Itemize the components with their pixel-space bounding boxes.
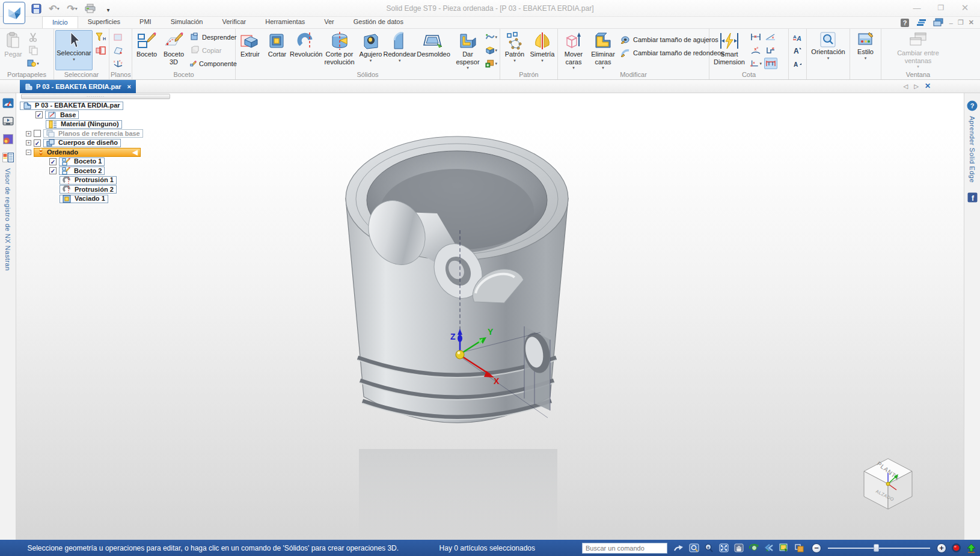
tab-gestion-datos[interactable]: Gestión de datos	[344, 16, 413, 28]
text-increase-button[interactable]: A	[791, 44, 804, 56]
pattern-dropdown-icon[interactable]: ▾	[513, 59, 516, 63]
switch-windows-button[interactable]: Cambiar entre ventanas ▾	[891, 30, 945, 70]
zoom-in-button[interactable]: +	[937, 543, 946, 553]
tree-item-base[interactable]: ✓ z Base	[20, 111, 176, 120]
pan-button[interactable]	[733, 543, 744, 554]
doc-restore-icon[interactable]: ❐	[958, 19, 964, 26]
tab-herramientas[interactable]: Herramientas	[256, 16, 314, 28]
tab-close-icon[interactable]: ✕	[925, 82, 931, 90]
select-button[interactable]: Seleccionar ▾	[55, 30, 93, 70]
angle-dimension-button[interactable]: x	[764, 31, 777, 43]
customize-quick-access-button[interactable]: ▾	[101, 2, 115, 15]
round-button[interactable]: Redondear ▾	[385, 30, 415, 70]
undo-button[interactable]: ↶▾	[47, 2, 61, 15]
tree-item-material[interactable]: Material (Ninguno)	[20, 120, 176, 129]
tree-item-protrusion-1[interactable]: Protrusión 1	[20, 176, 176, 185]
common-views-button[interactable]	[764, 543, 774, 554]
log-report-icon[interactable]	[2, 153, 14, 162]
nx-nastran-log-viewer-label[interactable]: Visor de registro de NX Nastran	[4, 168, 11, 271]
orientation-dropdown-icon[interactable]: ▾	[827, 57, 830, 60]
zoom-out-button[interactable]: −	[812, 543, 821, 553]
orientation-button[interactable]: Orientación ▾	[809, 30, 847, 70]
boceto-1-checkbox[interactable]: ✓	[49, 158, 57, 165]
tab-scroll-left-icon[interactable]: ◁	[904, 83, 908, 90]
mirror-dropdown-icon[interactable]: ▾	[541, 59, 544, 63]
tab-ver[interactable]: Ver	[314, 16, 344, 28]
component-button[interactable]: Componente	[188, 58, 239, 69]
draft-button[interactable]: Desmoldeo	[415, 30, 452, 70]
text-decrease-button[interactable]: A	[791, 58, 804, 69]
pathfinder-root-row[interactable]: P 03 - EBAKETA ERDIA.par	[20, 101, 176, 111]
paste-special-button[interactable]: ▾	[26, 58, 40, 69]
restore-view-button[interactable]	[966, 543, 976, 554]
planos-referencia-checkbox[interactable]	[34, 130, 41, 137]
symmetric-diameter-button[interactable]	[764, 58, 777, 69]
application-button[interactable]	[3, 2, 25, 24]
record-button[interactable]	[951, 543, 961, 554]
print-button[interactable]	[83, 2, 97, 15]
tab-verificar[interactable]: Verificar	[212, 16, 256, 28]
copy-sketch-button[interactable]: Copiar	[188, 44, 239, 56]
angle-between-button[interactable]: x°	[749, 44, 762, 56]
distance-between-button[interactable]: x	[749, 31, 762, 43]
tree-item-protrusion-2[interactable]: Protrusión 2	[20, 185, 176, 195]
tab-simulacion[interactable]: Simulación	[161, 16, 213, 28]
coincident-plane-button[interactable]	[111, 31, 124, 43]
cut-solid-button[interactable]: Cortar	[264, 30, 290, 70]
base-checkbox[interactable]: ✓	[35, 111, 43, 118]
view-styles-button[interactable]	[779, 543, 789, 554]
doc-minimize-icon[interactable]: –	[949, 19, 953, 26]
save-button[interactable]	[29, 2, 43, 15]
view-cube[interactable]: PLANTA ALZADO	[864, 459, 912, 509]
animation-player-icon[interactable]	[2, 117, 14, 126]
tree-item-cuerpos-diseno[interactable]: + ✓ Cuerpos de diseño	[20, 138, 176, 148]
normal-protrusion-button[interactable]: ▾	[485, 44, 498, 56]
paste-button[interactable]: Pegar	[1, 30, 25, 70]
collapse-icon[interactable]: −	[26, 150, 31, 155]
copy-button[interactable]	[26, 44, 40, 56]
style-button[interactable]: Estilo ▾	[853, 30, 879, 70]
document-tab-close-icon[interactable]: ×	[127, 83, 131, 90]
zoom-slider-track[interactable]	[828, 548, 930, 549]
redo-dropdown-icon[interactable]: ▾	[75, 6, 78, 11]
tab-scroll-right-icon[interactable]: ▷	[914, 83, 919, 90]
expand-icon[interactable]: +	[26, 140, 31, 145]
smart-dimension-button[interactable]: Smart Dimension	[711, 30, 748, 70]
learn-help-icon[interactable]: ?	[967, 100, 978, 111]
add-body-button[interactable]: ▾	[485, 58, 498, 69]
maximize-button[interactable]: ❐	[933, 2, 949, 13]
help-button[interactable]: ?	[899, 17, 911, 28]
tree-item-boceto-2[interactable]: ✓ Boceto 2	[20, 166, 176, 176]
zoom-area-button[interactable]	[688, 543, 699, 554]
ordenado-highlight-bar[interactable]: Ordenado ◀	[34, 148, 141, 157]
cuerpos-diseno-checkbox[interactable]: ✓	[34, 139, 41, 147]
run-command-button[interactable]	[673, 543, 684, 554]
tree-item-vaciado-1[interactable]: Vaciado 1	[20, 194, 176, 204]
delete-faces-dropdown-icon[interactable]: ▾	[602, 66, 604, 70]
sketch-3d-button[interactable]: Boceto 3D	[161, 30, 187, 70]
facebook-icon[interactable]: f	[967, 192, 978, 203]
hole-button[interactable]: Agujero ▾	[358, 30, 384, 70]
tree-item-boceto-1[interactable]: ✓ Boceto 1	[20, 157, 176, 166]
command-search-input[interactable]	[582, 543, 667, 554]
zoom-slider[interactable]	[828, 548, 930, 549]
tree-item-ordenado[interactable]: − Ordenado ◀	[20, 148, 176, 157]
helix-button[interactable]: ▾	[485, 31, 498, 43]
tab-pmi[interactable]: PMI	[130, 16, 161, 28]
fit-button[interactable]	[718, 543, 729, 554]
pathfinder-resize-handle[interactable]: ·········	[21, 94, 170, 99]
style-dropdown-icon[interactable]: ▾	[865, 57, 867, 60]
undo-dropdown-icon[interactable]: ▾	[57, 6, 60, 11]
boceto-2-checkbox[interactable]: ✓	[49, 167, 57, 174]
select-filter-button[interactable]: H	[94, 31, 107, 43]
delete-faces-button[interactable]: Eliminar caras ▾	[589, 30, 617, 70]
zoom-button[interactable]: ±	[703, 543, 714, 554]
aprender-solid-edge-label[interactable]: Aprender Solid Edge	[969, 116, 976, 183]
detach-button[interactable]: Desprender	[188, 31, 239, 43]
cut-button[interactable]	[26, 31, 40, 43]
expand-icon[interactable]: +	[26, 131, 31, 136]
tab-superficies[interactable]: Superficies	[78, 16, 130, 28]
rotate-button[interactable]	[749, 543, 759, 554]
more-planes-button[interactable]	[111, 44, 124, 56]
coordinate-dimension-button[interactable]: xo ▾	[749, 58, 762, 69]
